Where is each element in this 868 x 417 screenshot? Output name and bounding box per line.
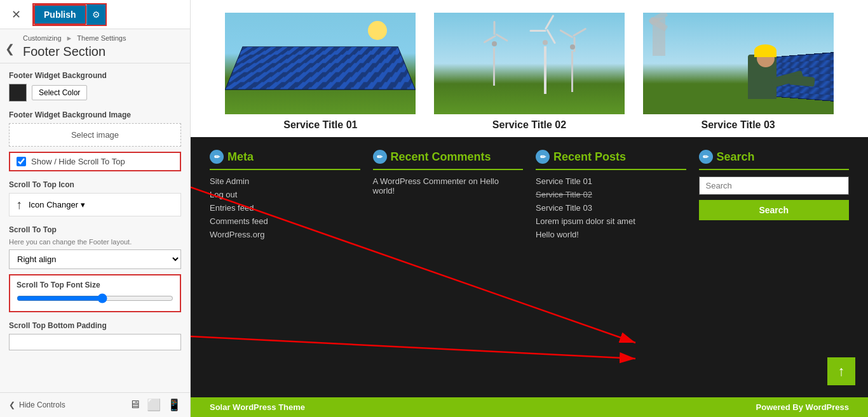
footer-link-wordpress-org[interactable]: WordPress.org [210,230,360,239]
footer-divider-search [699,169,850,170]
footer-widget-bg-label: Footer Widget Background [9,71,181,80]
services-row: Service Title 01 [191,0,868,137]
color-row: Select Color [9,84,181,102]
search-input-wrap [699,176,850,195]
service-image-2 [434,13,625,114]
footer-link-post-1[interactable]: Service Title 01 [536,176,686,186]
scroll-font-size-label: Scroll To Top Font Size [17,281,173,289]
footer-posts-title: Recent Posts [553,150,626,164]
footer-col-meta: ✏ Meta Site Admin Log out Entries feed C… [210,150,360,243]
panel-content: Footer Widget Background Select Color Fo… [0,63,190,392]
footer-columns: ✏ Meta Site Admin Log out Entries feed C… [210,150,849,243]
preview-area: Service Title 01 [191,0,868,417]
footer-widget-bg-image-label: Footer Widget Background Image [9,110,181,119]
service-title-1: Service Title 01 [225,119,416,131]
show-hide-scroll-label[interactable]: Show / Hide Scroll To Top [31,157,125,166]
hide-controls-arrow: ❮ [9,400,15,409]
panel-bottom-bar: ❮ Hide Controls 🖥 ⬜ 📱 [0,392,190,417]
footer-meta-title: Meta [227,150,254,164]
footer-comments-title: Recent Comments [391,150,491,164]
show-hide-scroll-row: Show / Hide Scroll To Top [9,152,181,171]
pencil-icon-posts[interactable]: ✏ [536,150,550,164]
chevron-down-icon: ▾ [81,200,85,209]
gear-button[interactable]: ⚙ [86,4,105,25]
footer-link-post-4[interactable]: Lorem ipsum dolor sit amet [536,216,686,226]
pencil-icon-meta[interactable]: ✏ [210,150,224,164]
footer-link-post-5[interactable]: Hello world! [536,230,686,239]
mobile-icon[interactable]: 📱 [167,398,181,412]
footer-search-title: Search [717,150,755,164]
service-card-3: Service Title 03 [643,13,834,131]
footer-divider-posts [536,169,686,170]
footer-col-comments: ✏ Recent Comments A WordPress Commenter … [373,150,524,243]
service-title-3: Service Title 03 [643,119,834,131]
footer-col-title-comments: ✏ Recent Comments [373,150,524,164]
customizer-panel: ✕ Publish ⚙ ❮ Customizing ► Theme Settin… [0,0,191,417]
search-input[interactable] [700,177,849,194]
footer-bottom-bar: Solar WordPress Theme Powered By WordPre… [191,397,868,417]
service-card-1: Service Title 01 [225,13,416,131]
scroll-to-top-icon-label: Scroll To Top Icon [9,180,181,189]
service-image-1 [225,13,416,114]
search-submit-button[interactable]: Search [699,200,850,220]
footer-link-post-2[interactable]: Service Title 02 [536,190,686,199]
breadcrumb-customizing[interactable]: Customizing [23,34,62,42]
service-title-2: Service Title 02 [434,119,625,131]
footer-col-posts: ✏ Recent Posts Service Title 01 Service … [536,150,686,243]
section-title: Footer Section [23,42,126,60]
device-icons: 🖥 ⬜ 📱 [129,398,181,412]
footer-col-title-posts: ✏ Recent Posts [536,150,686,164]
service-card-2: Service Title 02 [434,13,625,131]
footer-dark: ✏ Meta Site Admin Log out Entries feed C… [191,137,868,417]
hide-controls-btn[interactable]: ❮ Hide Controls [9,400,65,409]
turbine-1 [482,21,507,86]
footer-col-title-meta: ✏ Meta [210,150,360,164]
scroll-to-top-sublabel: Here you can change the Footer layout. [9,238,181,246]
footer-link-post-3[interactable]: Service Title 03 [536,203,686,213]
breadcrumb-separator: ► [66,34,73,42]
scroll-bottom-padding-input[interactable] [9,334,181,350]
footer-bottom-left: Solar WordPress Theme [210,402,305,412]
footer-link-comments-feed[interactable]: Comments feed [210,216,360,226]
select-image-button[interactable]: Select image [9,123,181,147]
publish-button[interactable]: Publish [34,4,86,25]
footer-col-search: ✏ Search Search [699,150,850,243]
icon-changer-row: ↑ Icon Changer ▾ [9,193,181,216]
breadcrumb-theme-settings[interactable]: Theme Settings [77,34,126,42]
scroll-to-top-label: Scroll To Top [9,225,181,234]
service-image-3 [643,13,834,114]
show-hide-scroll-checkbox[interactable] [17,157,26,166]
publish-wrap: Publish ⚙ [32,3,107,26]
select-color-button[interactable]: Select Color [32,85,87,100]
back-button[interactable]: ❮ [0,37,20,61]
breadcrumb-area: ❮ Customizing ► Theme Settings Footer Se… [0,29,190,63]
footer-link-commenter[interactable]: A WordPress Commenter on Hello world! [373,176,524,195]
breadcrumb: Customizing ► Theme Settings [23,34,126,42]
up-arrow-icon: ↑ [16,197,22,212]
pencil-icon-comments[interactable]: ✏ [373,150,387,164]
scroll-to-top-button[interactable]: ↑ [827,357,855,385]
footer-col-title-search: ✏ Search [699,150,850,164]
hide-controls-label: Hide Controls [19,400,65,409]
footer-bottom-right: Powered By WordPress [756,402,849,412]
footer-link-site-admin[interactable]: Site Admin [210,176,360,186]
font-size-slider[interactable] [17,293,173,303]
scroll-font-size-section: Scroll To Top Font Size [9,274,181,312]
icon-changer-label: Icon Changer [29,200,78,209]
footer-link-logout[interactable]: Log out [210,190,360,199]
icon-changer-select[interactable]: Icon Changer ▾ [29,200,174,209]
footer-layout-dropdown[interactable]: Right align [9,249,181,269]
footer-link-entries-feed[interactable]: Entries feed [210,203,360,213]
desktop-icon[interactable]: 🖥 [129,398,140,412]
turbine-2 [529,13,561,94]
scroll-bottom-padding-label: Scroll Top Bottom Padding [9,321,181,330]
color-swatch[interactable] [9,84,27,102]
top-bar: ✕ Publish ⚙ [0,0,190,29]
tablet-icon[interactable]: ⬜ [147,398,161,412]
pencil-icon-search[interactable]: ✏ [699,150,713,164]
footer-divider-meta [210,169,360,170]
footer-divider-comments [373,169,524,170]
turbine-3 [559,22,587,92]
close-button[interactable]: ✕ [6,5,26,24]
